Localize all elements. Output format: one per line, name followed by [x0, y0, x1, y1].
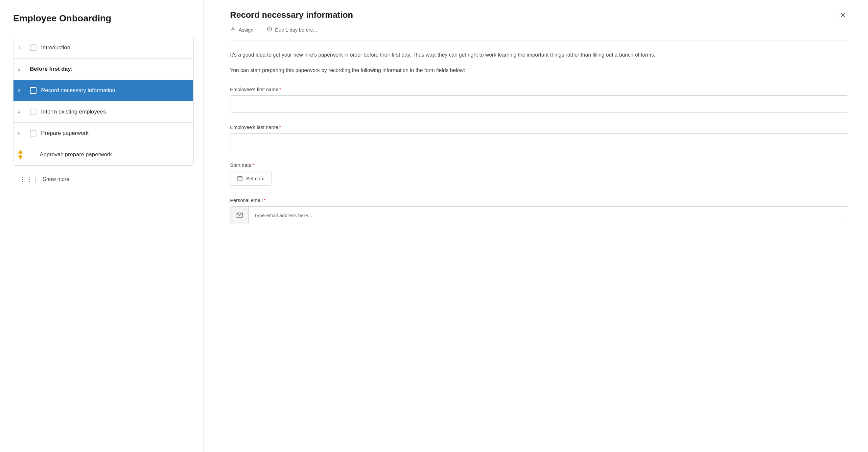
assign-button[interactable]: Assign	[230, 26, 253, 33]
assign-label: Assign	[239, 27, 253, 33]
required-star-email: *	[264, 197, 266, 203]
close-button[interactable]	[838, 10, 848, 20]
list-item-introduction[interactable]: 1 Introduction	[13, 37, 193, 59]
task-label-prepare-paperwork: Prepare paperwork	[41, 130, 89, 137]
clock-icon	[267, 26, 273, 33]
left-panel: Employee Onboarding 1 Introduction 2 Bef…	[0, 0, 204, 452]
required-star-lastname: *	[279, 124, 281, 130]
item-number-4: 4	[18, 110, 20, 114]
checkbox-introduction[interactable]	[30, 45, 36, 51]
list-item-prepare-paperwork[interactable]: 5 Prepare paperwork	[13, 123, 193, 144]
description-2: You can start preparing this paperwork b…	[230, 66, 848, 75]
set-date-button[interactable]: Set date	[230, 171, 272, 186]
first-name-label: Employee's first name*	[230, 86, 848, 92]
dots-icon: ⋮⋮⋮	[20, 176, 39, 183]
calendar-icon	[237, 175, 243, 181]
detail-header: Record necessary information Assign	[230, 10, 848, 40]
email-input-wrapper	[230, 206, 848, 224]
email-icon-box	[230, 206, 249, 224]
list-item-approval[interactable]: 👍 👎 Approval: prepare paperwork	[13, 144, 193, 166]
start-date-label: Start date*	[230, 162, 848, 168]
task-list: 1 Introduction 2 Before first day: 3 Rec…	[13, 37, 194, 166]
item-number-5: 5	[18, 131, 20, 136]
section-header-label: Before first day:	[30, 66, 73, 72]
list-item-before-first-day: 2 Before first day:	[13, 59, 193, 80]
checkbox-prepare-paperwork[interactable]	[30, 130, 36, 137]
last-name-input[interactable]	[230, 133, 848, 150]
personal-email-section: Personal email*	[230, 197, 848, 224]
svg-point-0	[232, 27, 234, 29]
required-star-firstname: *	[279, 86, 281, 92]
item-number-2: 2	[18, 67, 20, 72]
list-item-inform-employees[interactable]: 4 Inform existing employees	[13, 101, 193, 123]
personal-email-label: Personal email*	[230, 197, 848, 203]
page-title: Employee Onboarding	[13, 13, 194, 24]
list-item-record-info[interactable]: 3 Record necessary information	[13, 80, 193, 101]
right-panel: Record necessary information Assign	[204, 0, 868, 452]
checkbox-record-info[interactable]	[30, 87, 36, 94]
required-star-startdate: *	[252, 162, 254, 168]
last-name-section: Employee's last name*	[230, 124, 848, 150]
start-date-section: Start date* Set date	[230, 162, 848, 186]
task-label-record-info: Record necessary information	[41, 87, 115, 94]
due-date-button[interactable]: Due 1 day before...	[267, 26, 317, 33]
thumbs-up-icon: 👍	[18, 149, 23, 154]
item-number-3: 3	[18, 88, 20, 93]
detail-meta: Assign Due 1 day before...	[230, 26, 848, 33]
last-name-label: Employee's last name*	[230, 124, 848, 130]
personal-email-input[interactable]	[249, 206, 848, 224]
person-icon	[230, 26, 236, 33]
task-label-approval: Approval: prepare paperwork	[30, 151, 112, 158]
show-more-label: Show more	[43, 176, 69, 182]
first-name-input[interactable]	[230, 95, 848, 113]
envelope-icon	[236, 212, 243, 219]
description-1: It's a good idea to get your new hire's …	[230, 50, 848, 59]
detail-body: It's a good idea to get your new hire's …	[230, 50, 848, 224]
due-label: Due 1 day before...	[275, 27, 317, 33]
show-more-button[interactable]: ⋮⋮⋮ Show more	[13, 169, 194, 190]
thumbs-down-icon: 👎	[18, 155, 23, 160]
checkbox-inform-employees[interactable]	[30, 109, 36, 115]
detail-title: Record necessary information	[230, 10, 848, 20]
item-number-1: 1	[18, 46, 20, 50]
task-label-introduction: Introduction	[41, 45, 70, 51]
set-date-label: Set date	[246, 176, 265, 181]
first-name-section: Employee's first name*	[230, 86, 848, 113]
svg-rect-4	[238, 176, 242, 181]
task-label-inform-employees: Inform existing employees	[41, 109, 106, 115]
